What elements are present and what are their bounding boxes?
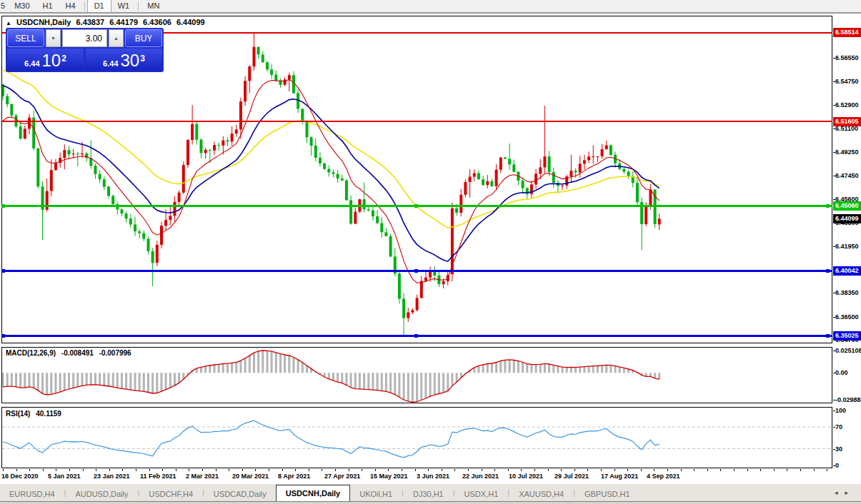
- volume-field[interactable]: 3.00: [62, 29, 107, 47]
- date-tick: [3, 469, 4, 471]
- macd-label: MACD(12,26,9) -0.008491 -0.007996: [6, 349, 135, 357]
- level-price-chip: 6.35025: [833, 331, 861, 341]
- horizontal-line-6.51605[interactable]: [2, 121, 832, 122]
- date-tick: [295, 469, 296, 471]
- date-tick: [269, 469, 269, 471]
- tab-scroll-right-icon[interactable]: ▸: [845, 489, 855, 496]
- tab-scroll-left-icon[interactable]: ◂: [835, 489, 845, 496]
- date-axis-label: 5 Jan 2021: [48, 473, 81, 480]
- macd-axis-label: 0.00: [835, 369, 848, 376]
- line-handle[interactable]: [826, 334, 830, 338]
- line-handle[interactable]: [826, 269, 830, 273]
- date-axis-label: 15 May 2021: [370, 473, 408, 480]
- ohlc-open: 6.43837: [76, 18, 104, 26]
- date-axis-label: 16 Dec 2020: [1, 473, 39, 480]
- date-tick: [69, 469, 70, 471]
- date-tick: [162, 469, 163, 471]
- date-tick: [149, 469, 150, 471]
- line-handle[interactable]: [414, 334, 418, 338]
- date-axis-label: 2 Mar 2021: [186, 473, 219, 480]
- line-handle[interactable]: [1, 334, 5, 338]
- date-axis-label: 27 Apr 2021: [324, 473, 360, 480]
- timeframe-5[interactable]: 5: [0, 0, 8, 12]
- tab-dj30-h1[interactable]: DJ30,H1: [404, 488, 453, 501]
- date-tick: [362, 469, 362, 471]
- current-price-chip: 6.44099: [833, 214, 861, 223]
- date-axis-label: 23 Jan 2021: [94, 473, 130, 480]
- date-tick: [428, 469, 429, 471]
- rsi-axis-label: 70: [835, 423, 842, 430]
- date-tick: [747, 469, 748, 471]
- date-tick: [787, 469, 787, 471]
- date-tick: [814, 469, 815, 471]
- timeframe-h4[interactable]: H4: [59, 0, 82, 12]
- tab-gbpusd-h1[interactable]: GBPUSD,H1: [575, 488, 639, 501]
- date-axis-label: 22 Jun 2021: [462, 473, 499, 480]
- buy-price-sup: 3: [140, 54, 145, 64]
- date-tick: [800, 469, 801, 471]
- buy-price-big: 30: [121, 52, 140, 69]
- line-handle[interactable]: [826, 204, 830, 208]
- tab-usdcnh-daily[interactable]: USDCNH,Daily: [276, 485, 350, 501]
- tab-ukoil-h1[interactable]: UKOil,H1: [350, 488, 402, 501]
- level-price-chip: 6.40042: [833, 266, 861, 276]
- date-tick: [508, 469, 509, 471]
- line-handle[interactable]: [1, 269, 5, 273]
- tab-usdx-h1[interactable]: USDX,H1: [455, 488, 508, 501]
- date-tick: [734, 469, 735, 471]
- date-tick: [694, 469, 695, 471]
- price-axis-label: 6.38350: [835, 289, 859, 296]
- date-axis-label: 20 Mar 2021: [232, 473, 269, 480]
- tab-xauusd-h4[interactable]: XAUUSD,H4: [509, 488, 573, 501]
- timeframe-w1[interactable]: W1: [111, 0, 136, 12]
- tab-usdcad-daily[interactable]: USDCAD,Daily: [204, 488, 276, 501]
- volume-decrease-button[interactable]: ▼: [46, 29, 61, 47]
- toolbar-separator: [84, 1, 85, 11]
- date-tick: [335, 469, 336, 471]
- date-tick: [614, 469, 615, 471]
- timeframe-mn[interactable]: MN: [141, 0, 166, 12]
- date-tick: [627, 469, 628, 471]
- date-tick: [415, 469, 416, 471]
- date-tick: [720, 469, 721, 471]
- line-handle[interactable]: [414, 204, 418, 208]
- date-tick: [282, 469, 283, 471]
- date-tick: [521, 469, 522, 471]
- tab-eurusd-h4[interactable]: EURUSD,H4: [0, 488, 64, 501]
- price-axis-label: 6.56550: [835, 54, 859, 61]
- price-axis-label: 6.47450: [835, 172, 859, 179]
- date-axis-label: 11 Feb 2021: [140, 473, 176, 480]
- date-tick: [309, 469, 309, 471]
- sell-price-display[interactable]: 6.44 10 2: [7, 49, 84, 71]
- date-axis-label: 17 Aug 2021: [601, 473, 638, 480]
- date-axis-label: 4 Sep 2021: [647, 473, 680, 480]
- date-tick: [189, 469, 189, 471]
- date-tick: [229, 469, 229, 471]
- sell-price-prefix: 6.44: [24, 59, 39, 68]
- date-tick: [827, 469, 827, 471]
- date-tick: [255, 469, 256, 471]
- buy-button[interactable]: BUY: [125, 29, 162, 47]
- date-tick: [96, 469, 96, 471]
- collapse-icon[interactable]: ▲: [6, 20, 11, 26]
- sell-price-big: 10: [42, 52, 61, 69]
- timeframe-m30[interactable]: M30: [8, 0, 36, 12]
- buy-price-display[interactable]: 6.44 30 3: [86, 49, 162, 71]
- rsi-pane[interactable]: [1, 407, 832, 468]
- date-tick: [56, 469, 56, 471]
- tab-audusd-daily[interactable]: AUDUSD,Daily: [66, 488, 137, 501]
- timeframe-h1[interactable]: H1: [36, 0, 59, 12]
- date-tick: [322, 469, 322, 471]
- sell-price-sup: 2: [61, 54, 66, 64]
- line-handle[interactable]: [1, 204, 5, 208]
- sell-button[interactable]: SELL: [7, 29, 44, 47]
- tab-usdchf-h4[interactable]: USDCHF,H4: [139, 488, 202, 501]
- timeframe-d1[interactable]: D1: [87, 0, 111, 12]
- date-tick: [774, 469, 775, 471]
- date-tick: [388, 469, 389, 471]
- line-handle[interactable]: [414, 269, 418, 273]
- price-axis: 6.565506.547506.529006.511006.492506.474…: [833, 0, 861, 504]
- date-tick: [760, 469, 761, 471]
- volume-increase-button[interactable]: ▲: [109, 29, 124, 47]
- date-axis-label: 29 Jul 2021: [554, 473, 589, 480]
